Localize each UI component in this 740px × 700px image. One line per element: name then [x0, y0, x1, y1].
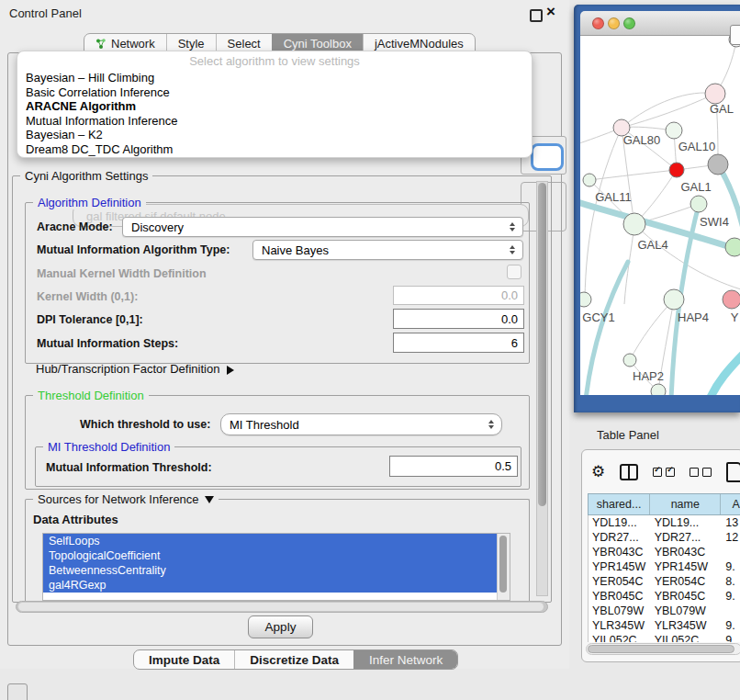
tab-impute-data[interactable]: Impute Data	[134, 650, 234, 669]
network-node-hap4[interactable]	[664, 289, 684, 310]
export-table-icon[interactable]	[726, 462, 740, 482]
tab-cyni-toolbox[interactable]: Cyni Toolbox	[272, 34, 363, 52]
mi-steps-input[interactable]	[393, 333, 524, 353]
network-node-gal11[interactable]	[583, 174, 596, 186]
dropdown-items: Bayesian – Hill ClimbingBasic Correlatio…	[17, 71, 532, 156]
table-cell: YBL079W	[651, 604, 723, 618]
attribute-item-gal4rgexp[interactable]: gal4RGexp	[43, 578, 498, 593]
tab-select[interactable]: Select	[216, 34, 272, 52]
mi-algorithm-type-combo[interactable]: Naive Bayes	[252, 240, 523, 260]
minimize-traffic-light-icon[interactable]	[608, 17, 620, 29]
table-cell: YDR27...	[651, 530, 723, 545]
table-cell	[722, 604, 740, 618]
tab-infer-network[interactable]: Infer Network	[353, 650, 457, 669]
table-toolbar: ⚙	[591, 461, 740, 483]
algorithm-option-mutual-information-inference[interactable]: Mutual Information Inference	[17, 114, 532, 129]
collapsed-arrow-icon[interactable]	[227, 366, 234, 375]
algorithm-dropdown-list: Select algorithm to view settings Bayesi…	[17, 51, 533, 158]
settings-horizontal-scrollbar[interactable]	[16, 601, 548, 613]
network-node-right-pink[interactable]	[723, 290, 740, 309]
select-all-checks-icon[interactable]	[653, 468, 675, 477]
float-window-icon[interactable]	[530, 9, 543, 22]
table-cell: 12	[722, 530, 740, 545]
data-attributes-list[interactable]: SelfLoopsTopologicalCoefficientBetweenne…	[42, 533, 510, 601]
scrollbar-thumb[interactable]	[588, 645, 734, 653]
attribute-item-topologicalcoefficient[interactable]: TopologicalCoefficient	[43, 548, 498, 563]
scrollbar-thumb[interactable]	[538, 183, 546, 506]
tab-style[interactable]: Style	[166, 34, 216, 52]
tab-discretize-data[interactable]: Discretize Data	[234, 650, 353, 669]
cyni-algorithm-settings-group: Cyni Algorithm Settings Algorithm Defini…	[12, 175, 552, 603]
network-node-gal7[interactable]	[705, 84, 725, 104]
manual-kernel-width-label: Manual Kernel Width Definition	[37, 267, 207, 280]
network-node-gcy1[interactable]	[580, 292, 591, 307]
attribute-item-betweennesscentrality[interactable]: BetweennessCentrality	[43, 563, 498, 578]
network-node-gal4[interactable]	[623, 213, 645, 235]
scrollbar-thumb[interactable]	[499, 536, 507, 593]
table-row[interactable]: YPR145WYPR145W9.	[589, 559, 740, 574]
column-header-shared-[interactable]: shared...	[589, 494, 650, 514]
network-node-gal1[interactable]	[690, 196, 707, 212]
scrollbar-thumb[interactable]	[18, 603, 544, 611]
table-cell: YDR27...	[589, 530, 651, 545]
table-row[interactable]: YIL052CYIL052C9	[589, 633, 740, 642]
tab-network[interactable]: Network	[84, 34, 166, 52]
zoom-traffic-light-icon[interactable]	[623, 17, 635, 29]
close-icon[interactable]: ×	[546, 3, 555, 21]
table-row[interactable]: YBR043CYBR043C	[589, 545, 740, 559]
mi-threshold-input[interactable]	[389, 456, 518, 477]
algorithm-option-bayesian-hill-climbing[interactable]: Bayesian – Hill Climbing	[17, 71, 532, 85]
table-row[interactable]: YER054CYER054C8.	[589, 574, 740, 589]
network-canvas[interactable]: GALGAL80GAL10GAL11GAL1SWI4GAL4GCY1HAP4YH…	[580, 36, 740, 395]
gear-icon[interactable]: ⚙	[591, 463, 605, 481]
attribute-item-selfloops[interactable]: SelfLoops	[43, 534, 498, 548]
network-window-titlebar[interactable]	[580, 11, 740, 36]
network-edge	[622, 93, 715, 128]
table-horizontal-scrollbar[interactable]	[586, 643, 740, 655]
tab-jactivemnodules[interactable]: jActiveMNodules	[363, 34, 475, 52]
hub-tf-definition-row[interactable]: Hub/Transcription Factor Definition	[36, 362, 234, 376]
tab-label: Cyni Toolbox	[284, 37, 352, 51]
node-label-gal1: GAL1	[680, 180, 711, 194]
network-node-gray-node[interactable]	[708, 154, 728, 175]
which-threshold-combo[interactable]: MI Threshold	[220, 413, 502, 435]
algorithm-definition-title: Algorithm Definition	[33, 196, 146, 209]
kernel-width-input[interactable]	[393, 286, 524, 305]
column-header-name[interactable]: name	[650, 494, 721, 514]
columns-icon[interactable]	[620, 464, 638, 480]
apply-button[interactable]: Apply	[248, 615, 313, 638]
table-row[interactable]: YBR045CYBR045C9.	[589, 589, 740, 604]
algorithm-option-basic-correlation-inference[interactable]: Basic Correlation Inference	[17, 85, 532, 100]
bottom-left-partial-button[interactable]	[7, 683, 28, 700]
algorithm-option-dream8-dc-tdc-algorithm[interactable]: Dream8 DC_TDC Algorithm	[17, 142, 532, 157]
table-row[interactable]: YDR27...YDR27...12	[589, 530, 740, 545]
expanded-arrow-icon[interactable]	[205, 496, 214, 503]
table-cell: YLR345W	[651, 618, 723, 633]
which-threshold-value: MI Threshold	[230, 418, 299, 432]
close-traffic-light-icon[interactable]	[592, 17, 604, 29]
focus-ring[interactable]	[531, 143, 564, 171]
aracne-mode-combo[interactable]: Discovery	[122, 217, 523, 237]
network-node-gal10-red[interactable]	[669, 163, 684, 177]
network-edge-thick	[586, 262, 628, 395]
aracne-mode-label: Aracne Mode:	[37, 220, 113, 233]
column-header-a[interactable]: A	[721, 494, 740, 514]
dpi-tolerance-input[interactable]	[393, 309, 524, 329]
manual-kernel-width-checkbox[interactable]	[507, 265, 521, 279]
network-corner-widget-partial	[730, 25, 740, 45]
deselect-all-checks-icon[interactable]	[690, 468, 712, 477]
network-node-top-green[interactable]	[666, 122, 682, 139]
algorithm-option-bayesian-k2[interactable]: Bayesian – K2	[17, 128, 532, 142]
combo-arrows-icon	[510, 245, 515, 254]
network-node-right-green[interactable]	[725, 238, 740, 256]
settings-vertical-scrollbar[interactable]	[536, 181, 548, 596]
table-row[interactable]: YBL079WYBL079W	[589, 604, 740, 618]
table-row[interactable]: YLR345WYLR345W9.	[589, 618, 740, 633]
attributes-scrollbar[interactable]	[497, 534, 510, 600]
table-row[interactable]: YDL19...YDL19...13	[589, 515, 740, 530]
network-node-hap2[interactable]	[623, 354, 636, 367]
network-node-bottom-partial[interactable]	[651, 384, 666, 395]
algorithm-option-aracne-algorithm[interactable]: ARACNE Algorithm	[17, 99, 532, 114]
table-panel-title: Table Panel	[597, 428, 659, 442]
table-cell: 8.	[722, 574, 740, 589]
